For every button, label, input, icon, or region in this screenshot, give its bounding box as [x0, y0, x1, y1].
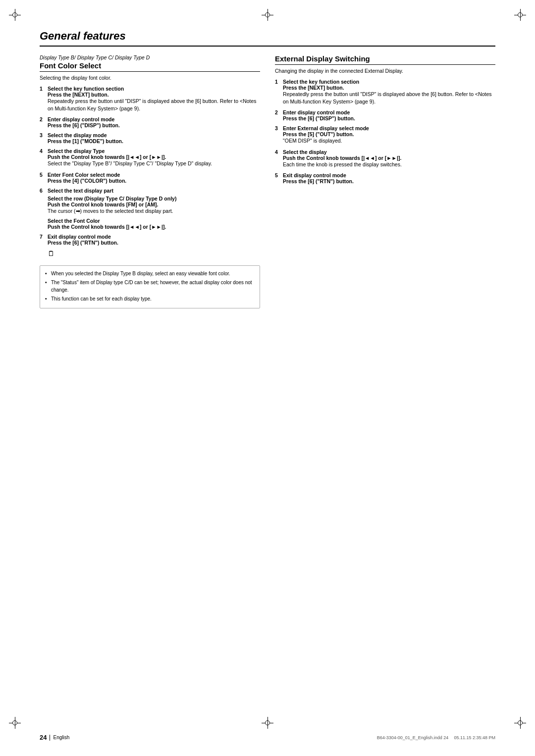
left-step-3-title: Select the display mode [48, 132, 107, 138]
footer-filename: B64-3304-00_01_E_English.indd 24 [377, 735, 449, 740]
left-step-6: 6 Select the text display part Select th… [40, 188, 260, 230]
left-step-2-title: Enter display control mode [48, 116, 114, 122]
right-step-2-title: Enter display control mode [283, 109, 350, 115]
left-step-5-title: Enter Font Color select mode [48, 172, 120, 178]
notes-icon: 🗒 [48, 250, 54, 257]
note-item-1: When you selected the Display Type B dis… [45, 270, 255, 277]
right-step-4-body: Each time the knob is pressed the displa… [283, 161, 495, 168]
reg-mark-bottom-center [262, 717, 273, 729]
right-step-2-action: Press the [6] ("DISP") button. [283, 115, 495, 121]
right-step-4: 4 Select the display Push the Control kn… [275, 149, 495, 168]
left-step-4-title: Select the display Type [48, 148, 105, 154]
left-step-6-sub2-header: Select the Font Color [48, 218, 260, 224]
footer-separator [50, 735, 50, 741]
right-step-4-title: Select the display [283, 149, 327, 155]
left-step-7-num: 7 [40, 234, 46, 240]
right-step-5-action: Press the [6] ("RTN") button. [283, 178, 495, 184]
right-step-1: 1 Select the key function section Press … [275, 79, 495, 105]
right-step-4-action: Push the Control knob towards [|◄◄] or [… [283, 155, 495, 161]
left-step-1-action: Press the [NEXT] button. [48, 92, 260, 98]
left-step-5-num: 5 [40, 172, 46, 178]
right-step-3: 3 Enter External display select mode Pre… [275, 125, 495, 145]
reg-mark-top-right [514, 9, 526, 21]
right-step-2-num: 2 [275, 109, 281, 115]
right-step-5: 5 Exit display control mode Press the [6… [275, 172, 495, 184]
left-step-3-num: 3 [40, 132, 46, 138]
right-step-5-header: 5 Exit display control mode [275, 172, 495, 178]
right-step-4-num: 4 [275, 149, 281, 155]
left-step-2: 2 Enter display control mode Press the [… [40, 116, 260, 128]
footer-date: 05.11.15 2:35:48 PM [454, 735, 495, 740]
right-step-3-header: 3 Enter External display select mode [275, 125, 495, 131]
left-step-6-sub2-action: Push the Control knob towards [|◄◄] or [… [48, 224, 260, 230]
left-step-1-body: Repeatedly press the button until "DISP"… [48, 98, 260, 112]
left-step-5-action: Press the [4] ("COLOR") button. [48, 178, 260, 184]
left-column: Display Type B/ Display Type C/ Display … [40, 54, 260, 308]
left-step-6-num: 6 [40, 188, 46, 194]
right-section-title: External Display Switching [275, 54, 495, 65]
two-column-layout: Display Type B/ Display Type C/ Display … [40, 54, 495, 308]
right-step-1-action: Press the [NEXT] button. [283, 85, 495, 91]
right-step-5-num: 5 [275, 172, 281, 178]
page-title: General features [40, 30, 126, 42]
left-step-7: 7 Exit display control mode Press the [6… [40, 234, 260, 246]
left-step-1-header: 1 Select the key function section [40, 86, 260, 92]
left-step-4-body: Select the "Display Type B"/ "Display Ty… [48, 160, 260, 167]
left-step-6-sub1-action: Push the Control knob towards [FM] or [A… [48, 202, 260, 207]
footer-page-number: 24 [40, 734, 47, 741]
left-step-3-header: 3 Select the display mode [40, 132, 260, 138]
left-step-6-header: 6 Select the text display part [40, 188, 260, 194]
left-step-6-title: Select the text display part [48, 188, 113, 194]
right-step-5-title: Exit display control mode [283, 172, 346, 178]
footer-right: B64-3304-00_01_E_English.indd 24 05.11.1… [377, 735, 495, 740]
left-section-subtitle: Display Type B/ Display Type C/ Display … [40, 54, 260, 60]
left-step-6-sub1-header: Select the row (Display Type C/ Display … [48, 196, 260, 202]
page-title-area: General features [40, 30, 495, 47]
left-step-3: 3 Select the display mode Press the [1] … [40, 132, 260, 144]
left-step-5-header: 5 Enter Font Color select mode [40, 172, 260, 178]
reg-mark-top-center [262, 9, 273, 21]
reg-mark-top-left [9, 9, 21, 21]
left-step-3-action: Press the [1] ("MODE") button. [48, 138, 260, 144]
right-step-1-body: Repeatedly press the button until "DISP"… [283, 91, 495, 105]
right-step-4-header: 4 Select the display [275, 149, 495, 155]
right-step-3-title: Enter External display select mode [283, 125, 369, 131]
right-step-3-num: 3 [275, 125, 281, 131]
left-step-6-sub1-body: The cursor (➡) moves to the selected tex… [48, 207, 260, 215]
left-step-1: 1 Select the key function section Press … [40, 86, 260, 112]
left-step-7-action: Press the [6] ("RTN") button. [48, 240, 260, 246]
left-step-1-num: 1 [40, 86, 46, 92]
left-step-2-action: Press the [6] ("DISP") button. [48, 122, 260, 128]
right-step-2: 2 Enter display control mode Press the [… [275, 109, 495, 121]
footer-left: 24 English [40, 734, 69, 741]
right-step-1-title: Select the key function section [283, 79, 359, 85]
notes-box: When you selected the Display Type B dis… [40, 265, 260, 308]
footer-language: English [53, 735, 69, 740]
reg-mark-bottom-left [9, 717, 21, 729]
left-step-4-num: 4 [40, 148, 46, 154]
left-step-7-header: 7 Exit display control mode [40, 234, 260, 240]
right-section-intro: Changing the display in the connected Ex… [275, 68, 495, 74]
right-step-1-num: 1 [275, 79, 281, 85]
left-step-4: 4 Select the display Type Push the Contr… [40, 148, 260, 167]
left-step-7-title: Exit display control mode [48, 234, 111, 240]
left-step-4-header: 4 Select the display Type [40, 148, 260, 154]
left-step-2-header: 2 Enter display control mode [40, 116, 260, 122]
right-step-1-header: 1 Select the key function section [275, 79, 495, 85]
left-step-4-action: Push the Control knob towards [|◄◄] or [… [48, 154, 260, 160]
right-step-2-header: 2 Enter display control mode [275, 109, 495, 115]
footer: 24 English B64-3304-00_01_E_English.indd… [40, 734, 495, 741]
left-step-5: 5 Enter Font Color select mode Press the… [40, 172, 260, 184]
right-column: External Display Switching Changing the … [275, 54, 495, 308]
note-item-2: The "Status" item of Display type C/D ca… [45, 279, 255, 294]
left-section-title: Font Color Select [40, 61, 260, 72]
note-item-3: This function can be set for each displa… [45, 295, 255, 302]
page: General features Display Type B/ Display… [0, 0, 535, 756]
left-section-intro: Selecting the display font color. [40, 75, 260, 81]
right-step-3-action: Press the [5] ("OUT") button. [283, 131, 495, 137]
left-step-2-num: 2 [40, 116, 46, 122]
notes-icon-area: 🗒 [48, 250, 260, 259]
reg-mark-bottom-right [514, 717, 526, 729]
left-step-1-title: Select the key function section [48, 86, 124, 92]
right-step-3-body: "OEM DISP" is displayed. [283, 137, 495, 145]
